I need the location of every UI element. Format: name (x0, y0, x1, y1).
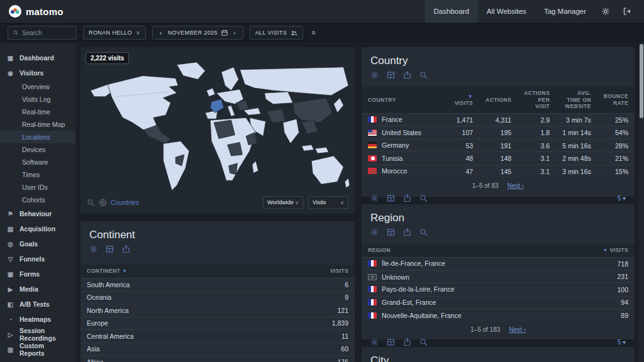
page-size-select[interactable]: 5 ▾ (618, 339, 626, 346)
brand-name: matomo (26, 6, 64, 17)
table-row[interactable]: Europe1,839 (80, 317, 355, 330)
widget-search-icon[interactable] (419, 228, 428, 236)
flag-fr-icon (368, 260, 377, 266)
widget-export-icon[interactable] (403, 194, 411, 202)
topnav-all-websites[interactable]: All Websites (478, 0, 535, 23)
table-row[interactable]: France 1,4714,3112.93 min 7s25% (362, 113, 635, 126)
world-map[interactable] (84, 58, 351, 192)
globe-icon[interactable] (99, 199, 107, 207)
search-input[interactable] (22, 30, 71, 36)
segment-users-icon (291, 30, 297, 36)
table-row[interactable]: ?Unknown231 (362, 270, 635, 283)
sidebar-item-devices[interactable]: Devices (0, 143, 75, 156)
zoom-out-icon[interactable] (87, 199, 95, 207)
sidebar-item-cohorts[interactable]: Cohorts (0, 194, 75, 206)
widget-table-icon[interactable] (387, 228, 395, 236)
sidebar-item-visitors[interactable]: ◉Visitors (0, 65, 75, 80)
segment-selector[interactable]: ALL VISITS (250, 26, 304, 40)
table-row[interactable]: Nouvelle-Aquitaine, France89 (362, 309, 635, 322)
widget-search-icon[interactable] (419, 194, 428, 202)
sidebar-item-forms[interactable]: ▣Forms (0, 266, 75, 282)
table-row[interactable]: Africa176 (80, 356, 355, 362)
sidebar-item-goals[interactable]: ◎Goals (0, 236, 75, 251)
scrollbar-thumb[interactable] (640, 44, 643, 118)
widget-settings-icon[interactable] (370, 338, 379, 346)
region-title: Region (370, 212, 626, 224)
widget-export-icon[interactable] (403, 228, 411, 236)
sidebar-item-real-time[interactable]: Real-time (0, 106, 75, 118)
topnav-tag-manager[interactable]: Tag Manager (535, 0, 595, 23)
topnav-dashboard[interactable]: Dashboard (425, 0, 478, 23)
sidebar-item-heatmaps[interactable]: ◔Heatmaps (0, 312, 75, 327)
table-row[interactable]: Grand-Est, France94 (362, 296, 635, 309)
sidebar-item-overview[interactable]: Overview (0, 80, 75, 93)
table-row[interactable]: Tunisia 481483.12 min 48s21% (362, 152, 635, 165)
widget-table-icon[interactable] (387, 194, 395, 202)
widget-table-icon[interactable] (387, 338, 395, 346)
table-row[interactable]: Morocco 471453.13 min 16s15% (362, 165, 635, 178)
pagination-next-link[interactable]: Next › (508, 182, 525, 189)
page-scrollbar[interactable] (639, 23, 644, 362)
continent-table-header[interactable]: CONTINENT ▼ VISITS (80, 265, 355, 278)
matomo-logo[interactable]: matomo (9, 5, 64, 18)
sidebar-item-user-ids[interactable]: User IDs (0, 181, 75, 194)
table-row[interactable]: Oceania9 (80, 291, 355, 304)
sidebar-item-acquisition[interactable]: ▤Acquisition (0, 221, 75, 236)
matomo-logo-icon (9, 5, 21, 18)
date-picker[interactable]: ‹ NOVEMBER 2025 › (152, 26, 243, 40)
next-period-icon[interactable]: › (231, 30, 238, 36)
widget-search-icon[interactable] (419, 338, 428, 346)
sidebar-item-locations[interactable]: Locations (0, 131, 75, 143)
table-row[interactable]: Île-de-France, France718 (362, 258, 635, 271)
sidebar-item-session-recordings[interactable]: ▷Session Recordings (0, 327, 75, 342)
sidebar-item-custom-reports[interactable]: ▥Custom Reports (0, 342, 75, 357)
table-row[interactable]: United States 1071951.81 min 14s54% (362, 126, 635, 140)
collapse-toolbar-icon[interactable]: « (310, 31, 319, 35)
pagination-next-link[interactable]: Next › (509, 326, 526, 333)
table-row[interactable]: Germany 531913.65 min 16s28% (362, 139, 635, 152)
sign-out-icon[interactable] (616, 0, 638, 23)
page-size-select[interactable]: 5 ▾ (618, 195, 626, 202)
sidebar-item-visits-log[interactable]: Visits Log (0, 93, 75, 106)
widget-settings-icon[interactable] (370, 194, 379, 202)
settings-gear-icon[interactable] (595, 0, 616, 23)
visitors-icon: ◉ (6, 70, 14, 77)
behaviour-icon: ⚑ (6, 211, 14, 217)
sort-icon: ▼ (122, 268, 127, 274)
sidebar-item-times[interactable]: Times (0, 168, 75, 181)
widget-settings-icon[interactable] (370, 71, 379, 79)
site-selector[interactable]: RONAN HELLO ∨ (83, 26, 146, 40)
prev-period-icon[interactable]: ‹ (158, 30, 164, 36)
sidebar-item-software[interactable]: Software (0, 156, 75, 168)
table-row[interactable]: North America121 (80, 304, 355, 317)
country-table-header[interactable]: COUNTRY ▼ VISITS ACTIONS ACTIONS PER VIS… (362, 87, 635, 113)
search-icon (13, 30, 18, 36)
sidebar-item-ab-tests[interactable]: ◧A/B Tests (0, 297, 75, 312)
table-row[interactable]: Pays-de-la-Loire, France100 (362, 283, 635, 297)
map-visits-badge: 2,222 visits (86, 52, 129, 64)
sidebar-item-dashboard[interactable]: ▦Dashboard (0, 50, 75, 65)
map-region-select[interactable]: Worldwide∨ (263, 196, 303, 209)
sidebar-item-funnels[interactable]: ▽Funnels (0, 251, 75, 266)
widget-search-icon[interactable] (419, 71, 428, 79)
widget-table-icon[interactable] (387, 71, 395, 79)
widget-export-icon[interactable] (122, 245, 130, 253)
table-row[interactable]: Asia60 (80, 343, 355, 356)
region-table-header[interactable]: REGION ▼ VISITS (362, 244, 635, 258)
widget-settings-icon[interactable] (370, 228, 379, 236)
widget-export-icon[interactable] (403, 71, 411, 79)
widget-settings-icon[interactable] (89, 245, 97, 253)
region-table: REGION ▼ VISITS Île-de-France, France718… (362, 244, 635, 322)
table-row[interactable]: South America6 (80, 278, 355, 292)
widget-export-icon[interactable] (403, 338, 411, 346)
countries-layer-link[interactable]: Countries (111, 199, 139, 206)
sidebar-item-media[interactable]: ▶Media (0, 282, 75, 297)
widget-table-icon[interactable] (106, 245, 114, 253)
sidebar-item-behaviour[interactable]: ⚑Behaviour (0, 206, 75, 221)
search-box[interactable] (8, 26, 77, 40)
table-row[interactable]: Central America11 (80, 330, 355, 343)
right-column: Country COUNTRY ▼ VISITS ACTIONS ACTIONS… (362, 47, 635, 362)
map-metric-select[interactable]: Visits∨ (308, 196, 348, 209)
sidebar-item-real-time-map[interactable]: Real-time Map (0, 118, 75, 131)
sort-icon: ▼ (468, 94, 473, 99)
